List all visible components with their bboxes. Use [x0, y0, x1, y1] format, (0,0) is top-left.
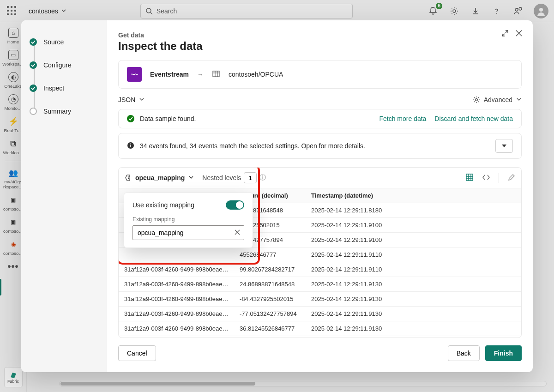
- svg-rect-8: [213, 71, 219, 77]
- table-row[interactable]: 31af12a9-003f-4260-9499-898b0eaeef8d99.8…: [119, 262, 521, 277]
- chevron-down-icon: [501, 143, 507, 149]
- table-row[interactable]: 31af12a9-003f-4260-9499-898b0eaeef8d-77.…: [119, 307, 521, 321]
- target-table-icon: [212, 70, 220, 79]
- table-icon: [465, 173, 474, 181]
- breadcrumb: Get data: [118, 31, 522, 39]
- code-icon: [482, 173, 490, 181]
- finish-button[interactable]: Finish: [485, 345, 522, 361]
- chevron-down-icon: [139, 96, 145, 103]
- chevron-down-icon: [188, 174, 194, 181]
- table-row[interactable]: 31af12a9-003f-4260-9499-898b0eaeef8d24.8…: [119, 277, 521, 292]
- eventstream-icon: [127, 67, 142, 82]
- mapping-popover: Use existing mapping Existing mapping: [124, 193, 253, 248]
- svg-point-12: [475, 99, 477, 101]
- advanced-dropdown[interactable]: Advanced: [473, 96, 522, 103]
- modal-footer: Cancel Back Finish: [118, 338, 522, 361]
- source-type: Eventstream: [150, 71, 189, 78]
- get-data-modal: Source Configure Inspect Summary Get dat…: [21, 20, 533, 372]
- fetch-more-link[interactable]: Fetch more data: [379, 115, 426, 122]
- table-row[interactable]: 31af12a9-003f-4260-9499-898b0eaeef8d36.8…: [119, 321, 521, 336]
- edit-columns-button[interactable]: [507, 173, 516, 183]
- format-dropdown[interactable]: JSON: [118, 96, 145, 103]
- existing-mapping-label: Existing mapping: [132, 216, 244, 223]
- mapping-dropdown[interactable]: opcua_mapping: [124, 174, 194, 181]
- close-icon: [515, 30, 523, 37]
- gear-icon: [473, 96, 480, 103]
- svg-rect-16: [466, 174, 473, 181]
- expand-icon: [501, 30, 509, 37]
- table-row[interactable]: 31af12a9-003f-4260-9499-898b0eaeef8d-84.…: [119, 292, 521, 307]
- grid-toolbar: opcua_mapping Nested levels ⓘ: [119, 168, 521, 188]
- step-summary[interactable]: Summary: [30, 100, 98, 123]
- expand-details-button[interactable]: [495, 139, 513, 153]
- clear-button[interactable]: [235, 229, 240, 236]
- cancel-button[interactable]: Cancel: [118, 345, 156, 361]
- step-source[interactable]: Source: [30, 30, 98, 54]
- discard-link[interactable]: Discard and fetch new data: [434, 115, 513, 122]
- events-summary-card[interactable]: 34 events found, 34 events match the sel…: [118, 133, 522, 159]
- existing-mapping-input[interactable]: [137, 229, 235, 237]
- modal-content: Get data Inspect the data Eventstream → …: [107, 20, 533, 372]
- wizard-steps: Source Configure Inspect Summary: [21, 20, 107, 372]
- step-configure[interactable]: Configure: [30, 54, 98, 77]
- info-icon: [127, 142, 134, 151]
- arrow-right-icon: →: [197, 71, 204, 78]
- nested-levels-control: Nested levels ⓘ: [202, 172, 266, 183]
- data-preview-grid: opcua_mapping Nested levels ⓘ: [118, 167, 522, 338]
- pencil-icon: [507, 173, 516, 181]
- back-button[interactable]: Back: [448, 345, 480, 361]
- step-inspect[interactable]: Inspect: [30, 77, 98, 100]
- chevron-down-icon: [516, 96, 522, 103]
- close-button[interactable]: [515, 30, 523, 38]
- table-row[interactable]: 455268467772025-02-14 12:29:11.9110: [119, 247, 521, 262]
- use-existing-label: Use existing mapping: [132, 201, 194, 209]
- table-view-button[interactable]: [465, 173, 474, 183]
- events-summary-text: 34 events found, 34 events match the sel…: [140, 142, 365, 150]
- success-icon: [127, 115, 134, 122]
- svg-point-15: [130, 143, 131, 144]
- table-row[interactable]: 31af12a9-003f-4260-9499-898b0eaeef8d99.8…: [119, 336, 521, 338]
- existing-mapping-combobox[interactable]: [132, 225, 244, 240]
- code-view-button[interactable]: [482, 173, 490, 183]
- expand-button[interactable]: [501, 30, 509, 38]
- page-title: Inspect the data: [118, 40, 522, 53]
- sample-status-text: Data sample found.: [140, 115, 196, 122]
- target-path: contosoeh/OPCUA: [229, 71, 283, 78]
- use-existing-toggle[interactable]: [226, 200, 244, 210]
- nested-levels-input[interactable]: [244, 172, 257, 183]
- source-card: Eventstream → contosoeh/OPCUA: [118, 60, 522, 89]
- close-icon: [235, 229, 240, 235]
- info-icon[interactable]: ⓘ: [259, 174, 266, 182]
- mapping-icon: [124, 174, 132, 181]
- sample-status-card: Data sample found. Fetch more data Disca…: [118, 109, 522, 128]
- svg-rect-14: [130, 145, 131, 147]
